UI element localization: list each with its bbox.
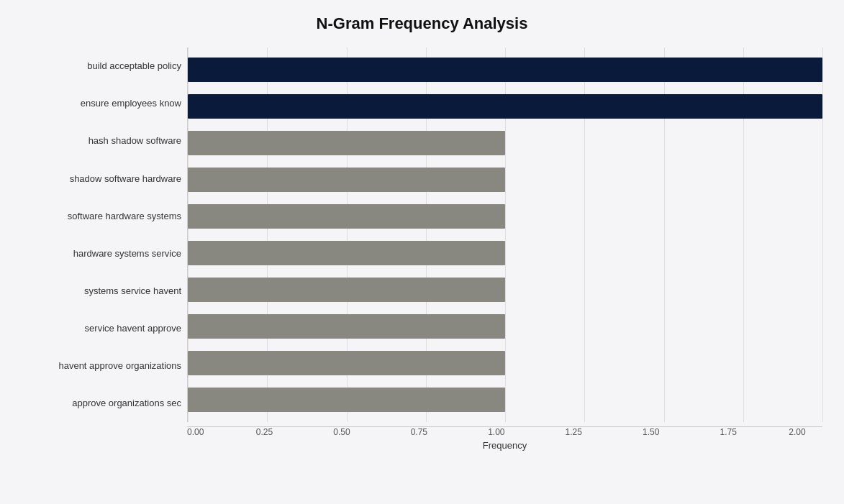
y-label: approve organizations sec — [22, 398, 181, 409]
y-label: ensure employees know — [22, 98, 181, 109]
y-label: service havent approve — [22, 323, 181, 334]
x-tick: 2.00 — [789, 427, 805, 437]
bar — [188, 314, 505, 339]
bar — [188, 94, 822, 119]
grid-line — [822, 47, 823, 422]
y-label: havent approve organizations — [22, 360, 181, 372]
bars-section — [187, 47, 822, 422]
x-ticks: 0.000.250.500.751.001.251.501.752.00 — [187, 426, 822, 437]
x-tick: 0.00 — [187, 427, 204, 437]
bar-row — [188, 310, 822, 343]
bar-row — [188, 200, 822, 233]
x-axis-label: Frequency — [187, 440, 822, 451]
bar-row — [188, 237, 822, 270]
chart-container: N-Gram Frequency Analysis build acceptab… — [0, 0, 844, 504]
bar — [188, 204, 505, 229]
x-axis: 0.000.250.500.751.001.251.501.752.00 — [187, 422, 822, 437]
x-tick: 1.25 — [566, 427, 582, 437]
grid-and-bars: build acceptable policyensure employees … — [22, 47, 822, 422]
bar-row — [188, 347, 822, 380]
x-tick: 1.50 — [643, 427, 659, 437]
x-tick: 0.50 — [333, 427, 350, 437]
bar — [188, 131, 505, 155]
y-label: hash shadow software — [22, 135, 181, 147]
x-tick: 0.25 — [256, 427, 273, 437]
y-label: shadow software hardware — [22, 173, 181, 185]
chart-area: build acceptable policyensure employees … — [22, 47, 822, 451]
x-tick: 0.75 — [411, 427, 427, 437]
bars-wrapper — [188, 47, 822, 422]
bar-row — [188, 163, 822, 196]
y-label: software hardware systems — [22, 211, 181, 222]
bar — [188, 241, 505, 265]
bar-row — [188, 90, 822, 123]
y-label: build acceptable policy — [22, 60, 181, 72]
x-tick: 1.75 — [720, 427, 736, 437]
y-label: systems service havent — [22, 285, 181, 297]
y-label: hardware systems service — [22, 248, 181, 260]
x-tick: 1.00 — [488, 427, 504, 437]
y-labels: build acceptable policyensure employees … — [22, 47, 187, 422]
bar — [188, 388, 505, 412]
bar — [188, 278, 505, 302]
bar-row — [188, 53, 822, 86]
bar — [188, 58, 822, 82]
bar-row — [188, 127, 822, 160]
bar — [188, 351, 505, 375]
bar-row — [188, 273, 822, 306]
bar — [188, 168, 505, 192]
chart-title: N-Gram Frequency Analysis — [22, 14, 822, 33]
bar-row — [188, 383, 822, 416]
